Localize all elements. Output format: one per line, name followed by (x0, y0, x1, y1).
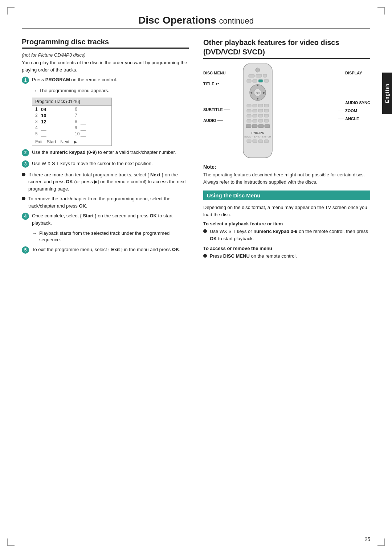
label-title: TITLE ↩ (203, 82, 233, 86)
svg-rect-16 (247, 104, 251, 107)
svg-rect-24 (247, 114, 251, 117)
program-col-2: 6 __ 7 __ 8 __ 9 __ (72, 106, 111, 138)
svg-rect-21 (253, 109, 257, 112)
program-row: 7 __ (75, 112, 109, 119)
label-subtitle: SUBTITLE (203, 107, 233, 112)
svg-text:▲: ▲ (256, 83, 259, 87)
note-section: Note: The operating features described h… (203, 164, 370, 185)
svg-rect-25 (253, 114, 257, 117)
svg-rect-38 (247, 140, 251, 143)
svg-rect-41 (264, 140, 269, 143)
program-row: 2 10 (35, 112, 69, 119)
note-italic: (not for Picture CD/MP3 discs) (22, 52, 189, 58)
access-menu-heading: To access or remove the menu (203, 246, 370, 251)
svg-rect-32 (246, 124, 251, 128)
disc-menu-bullet-2: Press DISC MENU on the remote control. (203, 253, 370, 260)
section-title-programming: Programming disc tracks (22, 38, 189, 49)
step-num-3: 3 (22, 160, 29, 168)
step-4: 4 Once complete, select { Start } on the… (22, 212, 189, 226)
program-col-1: 1 04 2 10 3 12 4 __ (32, 106, 72, 138)
svg-rect-34 (258, 124, 264, 128)
svg-rect-7 (258, 79, 263, 82)
step-2: 2 Use the numeric keypad (0-9) to enter … (22, 149, 189, 156)
note-text: The operating features described here mi… (203, 171, 370, 185)
svg-text:OK: OK (256, 91, 260, 95)
step-num-1: 1 (22, 77, 29, 84)
remote-svg-image: OK ▲ ▼ ◀ ▶ (236, 64, 279, 158)
bullet-item-1: If there are more than ten total program… (22, 171, 189, 193)
program-row: 8 __ (75, 119, 109, 125)
page-header: Disc Operations continued (22, 15, 370, 29)
step-3: 3 Use W X S T keys to move the cursor to… (22, 160, 189, 168)
arrow-note-1: → The programming menu appears. (32, 87, 189, 95)
section-title-other-playback: Other playback features for video discs … (203, 38, 370, 59)
bullet-item-2: To remove the track/chapter from the pro… (22, 195, 189, 209)
svg-rect-22 (258, 109, 263, 112)
arrow-symbol: → (32, 87, 37, 95)
bullet-dot (22, 197, 25, 200)
right-column: Other playback features for video discs … (203, 38, 370, 263)
svg-rect-18 (258, 104, 263, 107)
svg-rect-33 (252, 124, 257, 128)
program-table-body: 1 04 2 10 3 12 4 __ (32, 106, 111, 138)
svg-rect-40 (258, 140, 263, 143)
left-column: Programming disc tracks (not for Picture… (22, 38, 189, 263)
svg-text:◀: ◀ (250, 91, 253, 94)
label-display: DISPLAY (338, 71, 370, 75)
label-angle: ANGLE (338, 116, 370, 121)
step-num-4: 4 (22, 213, 29, 220)
label-audio-sync: AUDIO SYNC (338, 101, 370, 105)
arrow-symbol-2: → (32, 230, 37, 243)
svg-point-1 (256, 68, 260, 72)
label-zoom: ZOOM (338, 108, 370, 113)
disc-menu-intro: Depending on the disc format, a menu may… (203, 204, 370, 218)
svg-rect-2 (249, 74, 254, 77)
svg-rect-35 (265, 124, 270, 128)
program-row: 6 __ (75, 106, 109, 112)
step-4-content: Once complete, select { Start } on the s… (32, 212, 189, 226)
bullet-dot (22, 173, 25, 176)
svg-rect-6 (253, 79, 257, 82)
svg-rect-19 (264, 104, 269, 107)
header-divider (22, 28, 370, 29)
arrow-note-2: → Playback starts from the selected trac… (32, 230, 189, 243)
svg-rect-17 (253, 104, 257, 107)
bullet-1-content: If there are more than ten total program… (28, 171, 189, 193)
page-title: Disc Operations continued (22, 15, 370, 26)
arrow-note-2-text: Playback starts from the selected track … (39, 230, 189, 243)
step-3-content: Use W X S T keys to move the cursor to t… (32, 160, 189, 167)
svg-rect-29 (253, 119, 257, 122)
svg-rect-3 (256, 74, 262, 77)
svg-rect-39 (253, 140, 257, 143)
svg-rect-8 (264, 79, 269, 82)
disc-menu-bullet-1-content: Use WX S T keys or numeric keypad 0-9 on… (210, 228, 370, 242)
intro-text: You can play the contents of the disc in… (22, 59, 189, 73)
svg-rect-20 (247, 109, 251, 112)
program-row: 5 __ (35, 131, 69, 137)
svg-text:PHILIPS: PHILIPS (251, 131, 264, 135)
remote-labels-left: DISC MENU TITLE ↩ SUBTITLE AUDIO (203, 64, 233, 123)
step-5-content: To exit the programme menu, select { Exi… (32, 246, 189, 253)
svg-text:▼: ▼ (256, 97, 259, 101)
step-1: 1 Press PROGRAM on the remote control. (22, 76, 189, 84)
step-num-5: 5 (22, 246, 29, 254)
step-1-content: Press PROGRAM on the remote control. (32, 76, 189, 83)
note-title: Note: (203, 164, 370, 170)
svg-rect-31 (264, 119, 269, 122)
svg-rect-23 (264, 109, 269, 112)
step-num-2: 2 (22, 149, 29, 156)
program-row: 1 04 (35, 106, 69, 112)
section-title-disc-menu: Using the Disc Menu (203, 191, 370, 200)
step-5: 5 To exit the programme menu, select { E… (22, 246, 189, 254)
remote-wrapper: DISC MENU TITLE ↩ SUBTITLE AUDIO (203, 64, 370, 159)
remote-svg: OK ▲ ▼ ◀ ▶ (236, 64, 335, 159)
select-feature-heading: To select a playback feature or item (203, 221, 370, 226)
svg-rect-5 (247, 79, 251, 82)
program-row: 4 __ (35, 125, 69, 131)
program-table-header: Program: Track (01-16) (32, 98, 111, 106)
svg-rect-26 (258, 114, 263, 117)
disc-menu-bullet-2-content: Press DISC MENU on the remote control. (210, 253, 370, 260)
program-row: 9 __ (75, 125, 109, 131)
svg-text:HOME THEATER SYSTEM: HOME THEATER SYSTEM (244, 136, 271, 138)
svg-rect-4 (263, 74, 267, 77)
